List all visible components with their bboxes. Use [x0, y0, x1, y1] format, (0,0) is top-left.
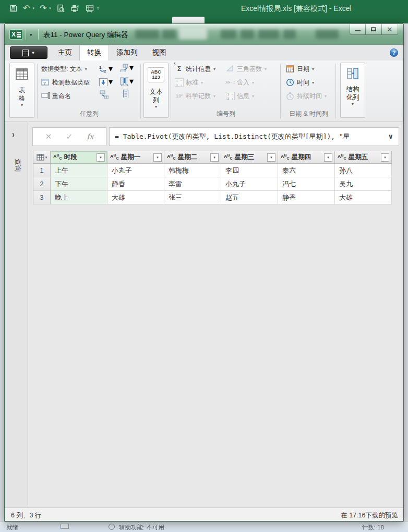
- column-header-星期三[interactable]: ABC 星期三 ▾: [221, 151, 278, 164]
- row-number[interactable]: 3: [33, 191, 51, 204]
- column-header-星期五[interactable]: ABC 星期五 ▾: [335, 151, 392, 164]
- move-button[interactable]: ▾: [119, 76, 134, 86]
- unpivot-columns-button[interactable]: ▾: [119, 63, 134, 72]
- expand-formula-bar-icon[interactable]: ∨: [388, 132, 393, 140]
- cell[interactable]: 赵五: [221, 191, 278, 204]
- filter-dropdown-icon[interactable]: ▾: [153, 153, 162, 162]
- group-table: 表格 ▾: [7, 61, 37, 122]
- standard-button[interactable]: +−×÷ 标准▾: [175, 77, 203, 88]
- undo-icon[interactable]: ↶: [23, 3, 30, 14]
- cell[interactable]: 小丸子: [107, 164, 164, 177]
- tab-view[interactable]: 视图: [145, 45, 174, 61]
- column-header-时段[interactable]: ABC 时段 ▾: [51, 151, 107, 164]
- file-menu-icon: [22, 50, 29, 56]
- excel-window-title: Excel情报局.xls [兼容模式] - Excel: [241, 4, 352, 14]
- row-number[interactable]: 2: [33, 177, 51, 191]
- table-group-button[interactable]: 表格 ▾: [9, 63, 34, 118]
- information-button[interactable]: 1−3+ 信息▾: [226, 91, 254, 101]
- cell[interactable]: 静香: [278, 191, 335, 204]
- convert-to-list-button[interactable]: [123, 89, 131, 98]
- detect-data-type-button[interactable]: ? 检测数据类型: [41, 77, 90, 88]
- data-type-button[interactable]: 数据类型: 文本▾: [41, 64, 87, 74]
- structured-column-group-button[interactable]: 结构化列 ▾: [340, 63, 365, 118]
- redo-icon[interactable]: ↷: [40, 3, 46, 14]
- tab-add-column[interactable]: 添加列: [109, 45, 145, 61]
- table-row: 3 晚上 大雄 张三 赵五 静香 大雄: [33, 191, 392, 204]
- cell[interactable]: 冯七: [278, 177, 335, 191]
- formula-text[interactable]: = Table.Pivot(更改的类型, List.Distinct(更改的类型…: [115, 132, 350, 141]
- row-number[interactable]: 1: [33, 164, 51, 177]
- formula-input[interactable]: = Table.Pivot(更改的类型, List.Distinct(更改的类型…: [109, 127, 399, 146]
- tab-transform[interactable]: 转换: [79, 45, 109, 61]
- column-header-星期二[interactable]: ABC 星期二 ▾: [164, 151, 221, 164]
- cancel-formula-icon[interactable]: ✕: [45, 132, 52, 141]
- cell[interactable]: 秦六: [278, 164, 335, 177]
- cell[interactable]: 李雷: [164, 177, 221, 191]
- cell[interactable]: 大雄: [335, 191, 392, 204]
- pivot-column-button[interactable]: [100, 90, 109, 99]
- trigonometry-button[interactable]: 三角函数▾: [226, 64, 267, 74]
- svg-text:1: 1: [99, 65, 102, 70]
- undo-caret-icon[interactable]: ▾: [32, 6, 34, 10]
- table-autofit-icon[interactable]: [85, 4, 94, 13]
- cell[interactable]: 张三: [164, 191, 221, 204]
- cell[interactable]: 晚上: [51, 191, 107, 204]
- redo-caret-icon[interactable]: ▾: [49, 6, 51, 10]
- cell[interactable]: 小丸子: [221, 177, 278, 191]
- duration-button[interactable]: 持续时间▾: [286, 91, 327, 101]
- caret-down-icon: ▾: [155, 104, 157, 109]
- table-icon: [15, 67, 29, 81]
- time-button[interactable]: 时间▾: [286, 77, 314, 88]
- cell[interactable]: 孙八: [335, 164, 392, 177]
- pq-tab-row: ▼ 主页 转换 添加列 视图 ?: [5, 45, 403, 61]
- column-header-星期一[interactable]: ABC 星期一 ▾: [107, 151, 164, 164]
- group-number-column: x̄Σ 统计信息▾ +−×÷ 标准▾ 10² 科学记数▾ 三角函数▾ .00→.…: [172, 61, 280, 122]
- ribbon: 表格 ▾ 数据类型: 文本▾ ? 检测数据类型 重命名: [5, 61, 403, 122]
- queries-pane-label[interactable]: 查询: [13, 159, 22, 172]
- filter-dropdown-icon[interactable]: ▾: [324, 153, 332, 162]
- maximize-button[interactable]: [366, 24, 382, 35]
- text-column-group-button[interactable]: ABC 123 文本列 ▾: [143, 63, 169, 118]
- close-button[interactable]: ✕: [382, 24, 398, 35]
- replace-values-button[interactable]: 12 ▾: [99, 64, 113, 74]
- expand-queries-icon[interactable]: ›: [12, 128, 15, 140]
- minimize-button[interactable]: [350, 24, 366, 35]
- fx-icon[interactable]: fx: [87, 132, 93, 141]
- caret-down-icon: ▾: [109, 64, 113, 74]
- save-icon[interactable]: [9, 4, 18, 13]
- help-button[interactable]: ?: [390, 49, 398, 57]
- cell[interactable]: 吴九: [335, 177, 392, 191]
- macro-record-icon[interactable]: [61, 524, 69, 529]
- cell[interactable]: 大雄: [107, 191, 164, 204]
- titlebar-customize-caret-icon[interactable]: ▾: [30, 32, 32, 38]
- quick-print-icon[interactable]: [70, 4, 80, 13]
- cell[interactable]: 静香: [107, 177, 164, 191]
- file-menu-button[interactable]: ▼: [10, 46, 47, 59]
- cell[interactable]: 下午: [51, 177, 107, 191]
- customize-toolbar-icon[interactable]: ▿: [97, 6, 100, 11]
- table-corner-button[interactable]: ▾: [33, 151, 51, 164]
- rename-button[interactable]: 重命名: [41, 91, 71, 101]
- rounding-button[interactable]: .00→.0 舍入▾: [226, 77, 254, 88]
- group-structured-column: 结构化列 ▾: [338, 61, 368, 122]
- statistics-button[interactable]: x̄Σ 统计信息▾: [175, 64, 215, 74]
- text-type-icon: ABC: [281, 154, 290, 160]
- filter-dropdown-icon[interactable]: ▾: [97, 153, 105, 162]
- filter-dropdown-icon[interactable]: ▾: [267, 153, 275, 162]
- preview-downloaded-time: 在 17:16下载的预览: [341, 511, 398, 520]
- fill-button[interactable]: ▾: [99, 77, 113, 87]
- column-header-星期四[interactable]: ABC 星期四 ▾: [278, 151, 335, 164]
- window-controls: ✕: [350, 24, 398, 35]
- print-preview-icon[interactable]: [56, 4, 65, 13]
- date-button[interactable]: 日期▾: [286, 64, 314, 74]
- cell[interactable]: 李四: [221, 164, 278, 177]
- scientific-button[interactable]: 10² 科学记数▾: [175, 91, 215, 101]
- pq-titlebar[interactable]: X ▾ 表11 - Power Query 编辑器 ✕: [5, 24, 403, 45]
- cell[interactable]: 上午: [51, 164, 107, 177]
- tab-home[interactable]: 主页: [51, 45, 79, 61]
- cell[interactable]: 韩梅梅: [164, 164, 221, 177]
- commit-formula-icon[interactable]: ✓: [66, 132, 73, 141]
- replace-values-icon: 12: [99, 65, 107, 73]
- filter-dropdown-icon[interactable]: ▾: [210, 153, 219, 162]
- filter-dropdown-icon[interactable]: ▾: [381, 153, 389, 162]
